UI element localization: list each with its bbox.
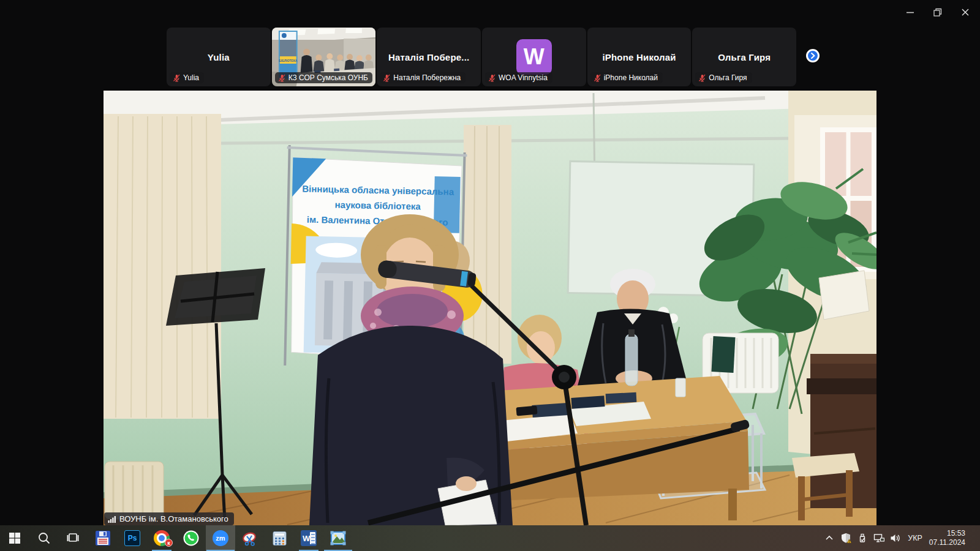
mic-muted-icon [488, 74, 496, 82]
mic-muted-icon [173, 74, 181, 82]
task-view-button[interactable] [59, 525, 88, 551]
mic-muted-icon [383, 74, 391, 82]
security-shield-tray-icon[interactable] [840, 533, 851, 544]
whatsapp-icon [183, 530, 199, 546]
shield-warning-icon [840, 533, 851, 544]
ethernet-icon [873, 533, 884, 543]
whatsapp-button[interactable] [176, 525, 206, 551]
next-page-button[interactable] [806, 49, 820, 62]
photoshop-button[interactable]: Ps [118, 525, 147, 551]
participant-tile-natalia-poberezhna[interactable]: Наталія Побере... Наталія Побережна [377, 28, 481, 86]
restore-icon [933, 8, 942, 17]
svg-text:наукова бібліотека: наукова бібліотека [335, 200, 421, 212]
calculator-button[interactable] [265, 525, 294, 551]
participant-label-text: iPhone Николай [604, 73, 658, 82]
participant-label: iPhone Николай [590, 72, 663, 83]
chevron-right-icon [809, 52, 816, 59]
close-icon [961, 8, 970, 17]
network-tray-icon[interactable] [873, 533, 884, 544]
search-button[interactable] [29, 525, 59, 551]
active-speaker-label-text: ВОУНБ ім. В.Отамановського [119, 514, 228, 523]
minimize-icon [906, 8, 914, 17]
usb-tray-icon[interactable] [857, 533, 868, 544]
video-scene: Вінницька обласна універсальна наукова б… [104, 91, 876, 525]
participant-avatar: W [516, 39, 552, 75]
participant-label-text: WOA Vinnytsia [499, 73, 548, 82]
photos-button[interactable] [323, 525, 353, 551]
floppy-app-button[interactable] [88, 525, 118, 551]
windows-logo-icon [9, 532, 21, 544]
participant-tile-iphone-nikolay[interactable]: iPhone Николай iPhone Николай [587, 28, 692, 86]
participant-filmstrip: Yulia Yulia БІБЛІОТЕКА [167, 28, 796, 86]
participant-label: WOA Vinnytsia [485, 72, 552, 83]
usb-device-icon [858, 533, 867, 544]
svg-text:БІБЛІОТЕКА: БІБЛІОТЕКА [279, 59, 297, 62]
participant-label-text: КЗ СОР Сумська ОУНБ [288, 73, 368, 82]
audio-level-icon [108, 515, 116, 523]
main-speaker-video[interactable]: Вінницька обласна універсальна наукова б… [104, 91, 876, 525]
participant-tile-yulia[interactable]: Yulia Yulia [167, 28, 271, 86]
clock[interactable]: 15:53 07.11.2024 [929, 529, 965, 547]
active-speaker-label: ВОУНБ ім. В.Отамановського [104, 512, 234, 525]
participant-label-text: Наталія Побережна [393, 73, 461, 82]
participant-label: Наталія Побережна [380, 72, 466, 83]
participant-tile-woa-vinnytsia[interactable]: W WOA Vinnytsia [482, 28, 586, 86]
participant-label: Ольга Гиря [695, 72, 752, 83]
participant-tile-kz-sor-sumska-ounb[interactable]: БІБЛІОТЕКА КЗ СОР Сумська ОУНБ [272, 28, 376, 86]
snipping-tool-button[interactable] [235, 525, 265, 551]
floppy-disk-icon [95, 530, 111, 546]
speaker-icon [890, 533, 901, 543]
language-indicator[interactable]: УКР [907, 534, 924, 542]
clock-date: 07.11.2024 [929, 538, 965, 547]
restore-button[interactable] [928, 5, 946, 20]
word-icon: W [301, 530, 317, 546]
mic-muted-icon [698, 74, 706, 82]
zoom-app-icon: zm [213, 530, 228, 546]
word-button[interactable]: W [294, 525, 323, 551]
participant-label-text: Yulia [183, 73, 199, 82]
chrome-profile-badge: к [165, 539, 173, 547]
volume-tray-icon[interactable] [890, 533, 901, 544]
system-tray: УКР 15:53 07.11.2024 [824, 525, 980, 551]
zoom-app-button[interactable]: zm [206, 525, 235, 551]
mic-muted-icon [278, 74, 286, 82]
start-button[interactable] [0, 525, 29, 551]
hidden-icons-chevron[interactable] [824, 533, 835, 544]
calculator-icon [272, 531, 287, 546]
clock-time: 15:53 [929, 529, 965, 538]
participant-tile-olga-girya[interactable]: Ольга Гиря Ольга Гиря [692, 28, 796, 86]
photos-icon [330, 530, 346, 546]
chevron-up-icon [825, 534, 834, 542]
close-button[interactable] [956, 5, 974, 20]
snipping-tool-icon [242, 530, 258, 546]
task-view-icon [67, 531, 80, 545]
participant-label: Yulia [170, 72, 204, 83]
participant-label-text: Ольга Гиря [709, 73, 747, 82]
mic-muted-icon [594, 74, 601, 82]
chrome-button[interactable]: к [147, 525, 176, 551]
minimize-button[interactable] [901, 5, 919, 20]
photoshop-icon: Ps [124, 530, 140, 546]
search-icon [37, 531, 51, 545]
participant-label: КЗ СОР Сумська ОУНБ [275, 72, 372, 83]
windows-taskbar: Ps к zm [0, 525, 980, 551]
